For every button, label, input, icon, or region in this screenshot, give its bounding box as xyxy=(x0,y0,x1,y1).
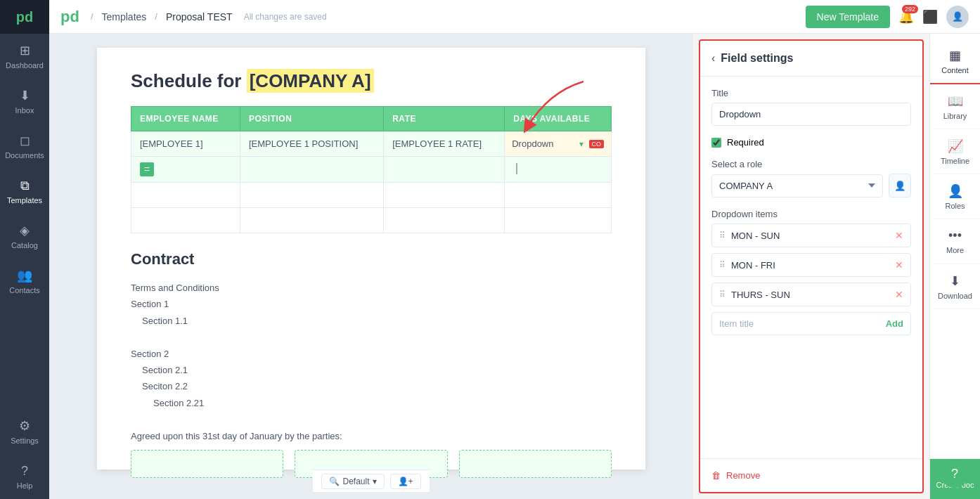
contract-line: Section 2.1 xyxy=(142,362,612,378)
dropdown-arrow-icon: ▾ xyxy=(579,139,584,149)
notification-icon[interactable]: 🔔 292 xyxy=(898,9,914,25)
far-right-item-timeline[interactable]: 📈 Timeline xyxy=(930,129,981,174)
far-right-item-label: Timeline xyxy=(941,157,969,165)
far-right-item-library[interactable]: 📖 Library xyxy=(930,84,981,129)
table-row: [EMPLOYEE 1] [EMPLOYEE 1 POSITION] [EMPL… xyxy=(131,131,612,157)
share-icon[interactable]: ⬛ xyxy=(922,9,938,25)
sidebar-item-label: Dashboard xyxy=(6,61,44,70)
remove-section[interactable]: 🗑 Remove xyxy=(700,458,922,492)
title-label: Title xyxy=(711,88,911,98)
field-settings-body: Title Required Select a role COMPANY A xyxy=(700,77,922,458)
far-right-item-more[interactable]: ••• More xyxy=(930,219,981,264)
far-right-item-label: Library xyxy=(943,112,967,120)
title-input[interactable] xyxy=(711,103,911,126)
far-right-panel: ▦ Content 📖 Library 📈 Timeline 👤 Roles •… xyxy=(929,34,980,499)
sidebar-item-label: Documents xyxy=(5,151,44,160)
contract-line: Section 1.1 xyxy=(142,313,612,329)
dropdown-item: ⠿ THURS - SUN ✕ xyxy=(711,283,911,306)
dashboard-icon: ⊞ xyxy=(20,43,30,58)
far-right-item-content[interactable]: ▦ Content xyxy=(930,39,981,84)
sidebar-item-dashboard[interactable]: ⊞ Dashboard xyxy=(0,34,49,79)
contract-line: Seciton 2.2 xyxy=(142,378,612,394)
sidebar-item-catalog[interactable]: ◈ Catalog xyxy=(0,214,49,259)
field-settings-header: ‹ Field settings xyxy=(700,41,922,77)
add-item-button[interactable]: Add xyxy=(886,318,903,329)
help-button[interactable]: ? xyxy=(941,460,969,488)
remove-item-button[interactable]: ✕ xyxy=(895,259,903,271)
col-header-rate: RATE xyxy=(384,107,505,131)
breadcrumb-templates[interactable]: Templates xyxy=(102,11,147,22)
remove-item-button[interactable]: ✕ xyxy=(895,289,903,300)
add-item-row: Item title Add xyxy=(711,312,911,335)
contract-line: Section 2.21 xyxy=(153,395,612,411)
sidebar-item-templates[interactable]: ⧉ Templates xyxy=(0,169,49,214)
far-right-item-label: Content xyxy=(941,66,969,74)
inbox-icon: ⬇ xyxy=(20,88,30,103)
drag-handle-icon[interactable]: ⠿ xyxy=(719,290,726,299)
role-select[interactable]: COMPANY A xyxy=(711,174,883,197)
add-item-placeholder: Item title xyxy=(719,318,886,329)
title-field-group: Title xyxy=(711,88,911,126)
contract-line: Terms and Conditions xyxy=(131,280,612,296)
avatar[interactable]: 👤 xyxy=(946,6,969,28)
rate-cell: [EMPLOYEE 1 RATE] xyxy=(384,131,505,157)
add-row-button[interactable]: = xyxy=(140,162,154,176)
add-row-control[interactable]: = xyxy=(131,157,240,183)
table-row xyxy=(131,208,612,233)
table-row: = xyxy=(131,157,612,183)
back-button[interactable]: ‹ xyxy=(711,52,715,65)
default-button[interactable]: 🔍 Default ▾ xyxy=(321,474,384,489)
add-person-button[interactable]: 👤+ xyxy=(390,474,421,489)
remove-label: Remove xyxy=(726,470,760,481)
signature-field[interactable] xyxy=(131,450,283,478)
library-icon: 📖 xyxy=(948,93,963,109)
far-right-item-download[interactable]: ⬇ Download xyxy=(930,264,981,309)
dropdown-item: ⠿ MON - SUN ✕ xyxy=(711,223,911,247)
far-right-item-label: Roles xyxy=(945,202,965,210)
far-right-item-label: Download xyxy=(938,292,972,300)
catalog-icon: ◈ xyxy=(20,223,30,238)
contract-text: Terms and Conditions Section 1 Section 1… xyxy=(131,280,612,478)
role-label: Select a role xyxy=(711,159,911,169)
far-right-item-roles[interactable]: 👤 Roles xyxy=(930,174,981,219)
schedule-table-wrapper: EMPLOYEE NAME POSITION RATE DAYS AVAILAB… xyxy=(131,106,612,233)
item-text: MON - FRI xyxy=(731,260,889,271)
remove-item-button[interactable]: ✕ xyxy=(895,230,903,241)
drag-handle-icon[interactable]: ⠿ xyxy=(719,231,726,240)
add-person-icon: 👤+ xyxy=(398,477,413,486)
signature-field[interactable] xyxy=(459,450,612,478)
required-checkbox[interactable] xyxy=(711,138,721,148)
item-text: THURS - SUN xyxy=(731,290,889,300)
roles-icon: 👤 xyxy=(948,183,963,199)
sidebar-item-label: Templates xyxy=(7,196,42,205)
add-role-button[interactable]: 👤 xyxy=(889,174,911,197)
doc-bottom-bar: 🔍 Default ▾ 👤+ xyxy=(313,469,429,492)
topbar-logo: pd xyxy=(60,8,79,26)
sidebar-item-label: Settings xyxy=(11,436,39,445)
download-icon: ⬇ xyxy=(950,273,960,289)
sidebar-item-contacts[interactable]: 👥 Contacts xyxy=(0,259,49,304)
dropdown-items-section: Dropdown items ⠿ MON - SUN ✕ ⠿ MON - FRI… xyxy=(711,209,911,335)
contacts-icon: 👥 xyxy=(17,268,32,283)
new-template-button[interactable]: New Template xyxy=(806,6,890,28)
topbar-right: New Template 🔔 292 ⬛ 👤 xyxy=(806,6,969,28)
timeline-icon: 📈 xyxy=(948,138,963,154)
schedule-table: EMPLOYEE NAME POSITION RATE DAYS AVAILAB… xyxy=(131,106,612,233)
documents-icon: ◻ xyxy=(20,133,30,148)
required-row: Required xyxy=(711,137,911,148)
doc-area: Schedule for [COMPANY A] xyxy=(49,34,693,499)
contract-line: Section 2 xyxy=(131,346,612,362)
sidebar-item-documents[interactable]: ◻ Documents xyxy=(0,124,49,169)
sidebar-item-settings[interactable]: ⚙ Settings xyxy=(0,409,49,454)
dropdown-items-label: Dropdown items xyxy=(711,209,911,219)
dropdown-item: ⠿ MON - FRI ✕ xyxy=(711,253,911,277)
more-icon: ••• xyxy=(948,228,962,243)
sidebar-item-help[interactable]: ? Help xyxy=(0,454,49,499)
sidebar-item-inbox[interactable]: ⬇ Inbox xyxy=(0,79,49,124)
app-logo: pd xyxy=(0,0,49,34)
add-person-icon: 👤 xyxy=(894,181,906,191)
drag-handle-icon[interactable]: ⠿ xyxy=(719,260,726,270)
doc-page: Schedule for [COMPANY A] xyxy=(97,48,645,469)
select-role-row: COMPANY A 👤 xyxy=(711,174,911,197)
days-cell[interactable]: Dropdown ▾ CO xyxy=(505,131,612,157)
